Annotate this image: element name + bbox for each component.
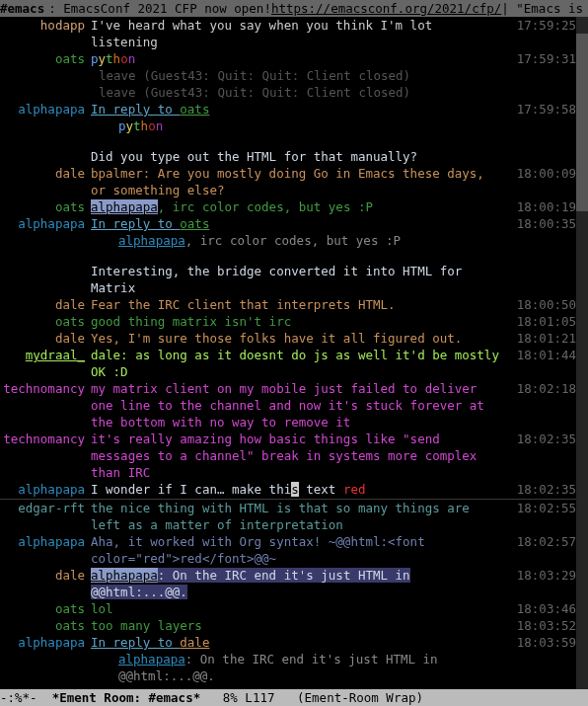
message-row: oatsgood thing matrix isn't irc18:01:05 — [0, 313, 588, 330]
nick-mention[interactable]: alphapapa — [91, 199, 158, 214]
message-body: In reply to oatsalphapapa, irc color cod… — [89, 215, 515, 249]
message-row: daleFear the IRC client that interprets … — [0, 296, 588, 313]
message-body: I wonder if I can… make this text red — [89, 481, 515, 498]
reply-link[interactable]: In reply to — [91, 102, 180, 117]
nick[interactable]: alphapapa — [18, 216, 85, 231]
nick[interactable]: mydraal_ — [26, 348, 85, 362]
message-body: Interesting, the bridge converted it int… — [89, 263, 515, 296]
message-row: daleYes, I'm sure those folks have it al… — [0, 330, 588, 347]
message-row: oatslol18:03:46 — [0, 600, 588, 617]
nick-mention[interactable]: alphapapa — [91, 568, 158, 583]
message-body: leave (Guest43: Quit: Quit: Client close… — [89, 67, 515, 84]
message-body: it's really amazing how basic things lik… — [89, 431, 515, 481]
message-row: leave (Guest43: Quit: Quit: Client close… — [0, 67, 588, 84]
message-body: bpalmer: Are you mostly doing Go in Emac… — [89, 165, 515, 198]
reply-link[interactable]: In reply to — [91, 216, 180, 231]
message-row: technomancyit's really amazing how basic… — [0, 431, 588, 481]
message-row: alphapapaIn reply to oatspython17:59:58 — [0, 101, 588, 134]
message-body: dale: as long as it doesnt do js as well… — [89, 347, 515, 380]
nick-link[interactable]: dale — [180, 635, 209, 650]
nick[interactable]: alphapapa — [18, 635, 85, 650]
message-body: leave (Guest43: Quit: Quit: Client close… — [89, 84, 515, 101]
nick-link[interactable]: alphapapa — [118, 233, 185, 248]
message-row: technomancymy matrix client on my mobile… — [0, 380, 588, 431]
message-body: Fear the IRC client that interprets HTML… — [89, 296, 515, 313]
message-body: lol — [89, 600, 515, 617]
modeline-flags: -:%*- — [0, 689, 52, 706]
message-row: alphapapaAha, it worked with Org syntax!… — [0, 533, 588, 567]
modeline-mode: (Ement-Room Wrap) — [297, 689, 423, 706]
message-row: oatstoo many layers18:03:52 — [0, 617, 588, 634]
message-row: dalealphapapa: On the IRC end it's just … — [0, 567, 588, 600]
nick-link[interactable]: oats — [180, 216, 209, 231]
message-body: I've heard what you say when you think I… — [89, 17, 515, 50]
nick[interactable]: oats — [55, 199, 85, 214]
reply-link[interactable]: In reply to — [91, 635, 180, 650]
message-row: leave (Guest43: Quit: Quit: Client close… — [0, 84, 588, 101]
nick[interactable]: dale — [55, 331, 85, 346]
nick[interactable]: alphapapa — [18, 534, 85, 549]
nick[interactable]: oats — [55, 314, 85, 329]
message-row: edgar-rftthe nice thing with HTML is tha… — [0, 500, 588, 533]
mode-line: -:%*- *Ement Room: #emacs* 8% L117 (Emen… — [0, 689, 588, 706]
message-body: too many layers — [89, 617, 515, 634]
message-body: the nice thing with HTML is that so many… — [89, 500, 515, 533]
nick[interactable]: dale — [55, 297, 85, 312]
topic-suffix: | "Emacs is a co — [501, 0, 588, 17]
message-row: hodappI've heard what you say when you t… — [0, 17, 588, 50]
channel-name: #emacs — [0, 0, 44, 17]
message-body: good thing matrix isn't irc — [89, 313, 515, 330]
modeline-buffer: *Ement Room: #emacs* — [52, 689, 201, 706]
message-row: Interesting, the bridge converted it int… — [0, 263, 588, 296]
message-row: alphapapaIn reply to oatsalphapapa, irc … — [0, 215, 588, 249]
message-row: alphapapaI wonder if I can… make this te… — [0, 481, 588, 498]
message-body: my matrix client on my mobile just faile… — [89, 380, 515, 431]
message-row: Did you type out the HTML for that manua… — [0, 148, 588, 165]
nick[interactable]: alphapapa — [18, 482, 85, 497]
message-body: In reply to oatspython — [89, 101, 515, 134]
message-body: alphapapa, irc color codes, but yes :P — [89, 198, 515, 215]
nick[interactable]: edgar-rft — [18, 501, 85, 515]
message-body: Aha, it worked with Org syntax! ~@@html:… — [89, 533, 515, 567]
nick[interactable]: dale — [55, 166, 85, 181]
message-body: alphapapa: On the IRC end it's just HTML… — [89, 567, 515, 600]
message-row: dalebpalmer: Are you mostly doing Go in … — [0, 165, 588, 198]
nick-link[interactable]: oats — [180, 102, 209, 117]
nick[interactable]: oats — [55, 51, 85, 66]
message-row: mydraal_dale: as long as it doesnt do js… — [0, 347, 588, 380]
nick[interactable]: hodapp — [40, 18, 85, 33]
scrollbar-track[interactable] — [576, 17, 588, 689]
message-body: In reply to dalealphapapa: On the IRC en… — [89, 634, 515, 684]
message-area[interactable]: hodappI've heard what you say when you t… — [0, 17, 588, 689]
nick[interactable]: dale — [55, 568, 85, 583]
text-cursor: s — [291, 482, 299, 497]
nick-link[interactable]: alphapapa — [118, 652, 185, 667]
modeline-position: 8% L117 — [200, 689, 297, 706]
topic-prefix: : EmacsConf 2021 CFP now open! — [48, 0, 271, 17]
message-row: oatspython17:59:31 — [0, 50, 588, 67]
topic-url[interactable]: https://emacsconf.org/2021/cfp/ — [271, 0, 501, 17]
nick[interactable]: alphapapa — [18, 102, 85, 117]
nick[interactable]: oats — [55, 618, 85, 633]
nick[interactable]: oats — [55, 601, 85, 616]
message-body: python — [89, 50, 515, 67]
message-row: alphapapaIn reply to dalealphapapa: On t… — [0, 634, 588, 684]
scrollbar-thumb[interactable] — [576, 34, 588, 211]
message-body: Did you type out the HTML for that manua… — [89, 148, 515, 165]
message-row: oatsalphapapa, irc color codes, but yes … — [0, 198, 588, 215]
nick[interactable]: technomancy — [3, 381, 85, 396]
message-body: Yes, I'm sure those folks have it all fi… — [89, 330, 515, 347]
nick[interactable]: technomancy — [3, 431, 85, 446]
channel-topic-bar: #emacs: EmacsConf 2021 CFP now open! htt… — [0, 0, 588, 17]
